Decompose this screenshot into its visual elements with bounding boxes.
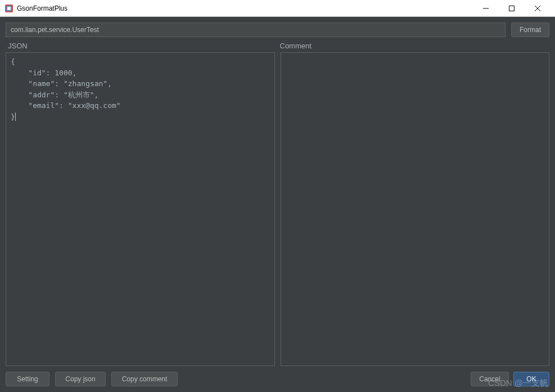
titlebar: GsonFormatPlus <box>0 0 555 17</box>
window-title: GsonFormatPlus <box>17 4 473 12</box>
json-label: JSON <box>6 42 278 50</box>
maximize-button[interactable] <box>499 0 525 17</box>
copy-comment-button[interactable]: Copy comment <box>111 372 178 386</box>
labels-row: JSON Comment <box>6 42 549 50</box>
content-area: Format JSON Comment { "id": 1000, "name"… <box>0 17 555 392</box>
text-cursor <box>15 112 16 121</box>
close-button[interactable] <box>525 0 551 17</box>
comment-label: Comment <box>278 42 550 50</box>
editors-row: { "id": 1000, "name": "zhangsan", "addr"… <box>6 52 549 366</box>
svg-rect-4 <box>509 6 515 11</box>
svg-rect-2 <box>7 7 11 10</box>
setting-button[interactable]: Setting <box>6 372 49 386</box>
minimize-button[interactable] <box>473 0 499 17</box>
json-text: { "id": 1000, "name": "zhangsan", "addr"… <box>11 57 121 121</box>
ok-button[interactable]: OK <box>513 372 549 386</box>
bottom-row: Setting Copy json Copy comment Cancel OK <box>6 372 549 386</box>
json-editor[interactable]: { "id": 1000, "name": "zhangsan", "addr"… <box>6 52 275 366</box>
bottom-right-buttons: Cancel OK <box>471 372 549 386</box>
format-button[interactable]: Format <box>511 22 549 37</box>
copy-json-button[interactable]: Copy json <box>55 372 106 386</box>
top-row: Format <box>6 22 549 37</box>
window-controls <box>473 0 551 17</box>
app-icon <box>4 4 13 13</box>
comment-editor[interactable] <box>281 52 550 366</box>
class-path-input[interactable] <box>6 22 506 37</box>
cancel-button[interactable]: Cancel <box>471 372 509 386</box>
bottom-left-buttons: Setting Copy json Copy comment <box>6 372 178 386</box>
